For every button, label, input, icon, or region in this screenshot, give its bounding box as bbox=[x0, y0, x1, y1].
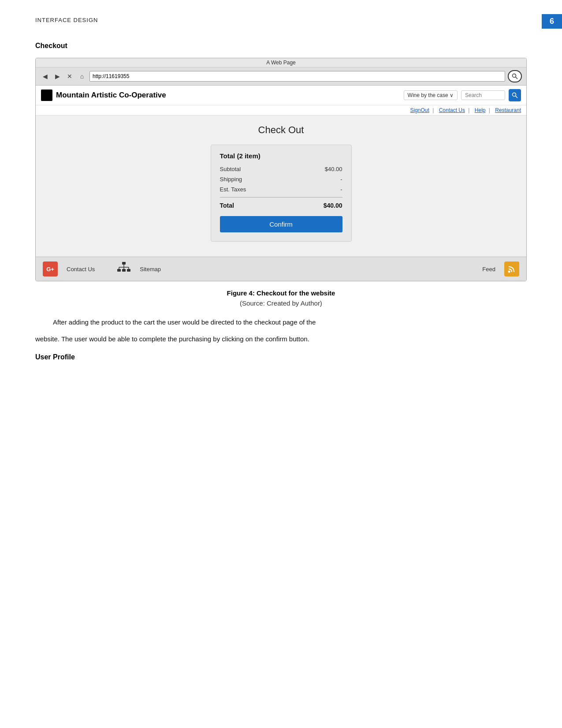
browser-title-bar: A Web Page bbox=[36, 58, 526, 67]
checkout-card-title: Total (2 item) bbox=[220, 152, 342, 160]
site-footer: G+ Contact Us Sitemap Feed bbox=[36, 257, 526, 281]
subtotal-value: $40.00 bbox=[325, 166, 342, 172]
shipping-value: - bbox=[340, 176, 342, 183]
checkout-body: Check Out Total (2 item) Subtotal $40.00… bbox=[36, 116, 526, 257]
svg-rect-12 bbox=[127, 269, 130, 272]
back-button[interactable]: ◀ bbox=[40, 71, 50, 81]
browser-search-button[interactable] bbox=[508, 70, 522, 82]
sitemap-icon bbox=[117, 262, 131, 276]
svg-rect-4 bbox=[122, 262, 126, 265]
svg-point-0 bbox=[513, 74, 516, 78]
nav-divider-1: | bbox=[432, 107, 434, 113]
site-search-button[interactable] bbox=[509, 89, 521, 101]
taxes-value: - bbox=[340, 186, 342, 193]
svg-line-3 bbox=[516, 96, 518, 98]
search-icon bbox=[512, 73, 518, 79]
doc-header: INTERFACE DESIGN bbox=[35, 17, 98, 23]
footer-feed-label: Feed bbox=[482, 266, 495, 273]
restaurant-link[interactable]: Restaurant bbox=[495, 107, 521, 113]
site-nav-links: SignOut | Contact Us | Help | Restaurant bbox=[36, 105, 526, 116]
forward-button[interactable]: ▶ bbox=[52, 71, 62, 81]
subtotal-row: Subtotal $40.00 bbox=[220, 166, 342, 172]
site-header: Mountain Artistic Co-Operative Wine by t… bbox=[36, 86, 526, 105]
subtotal-label: Subtotal bbox=[220, 166, 241, 172]
signout-link[interactable]: SignOut bbox=[410, 107, 429, 113]
page-number: 6 bbox=[542, 14, 562, 29]
confirm-button[interactable]: Confirm bbox=[220, 216, 342, 232]
site-search-icon bbox=[512, 92, 518, 98]
user-profile-heading: User Profile bbox=[35, 353, 527, 361]
checkout-card: Total (2 item) Subtotal $40.00 Shipping … bbox=[211, 145, 352, 242]
body-paragraph-2: website. The user would be able to compl… bbox=[35, 333, 527, 345]
checkout-divider bbox=[220, 197, 342, 198]
shipping-label: Shipping bbox=[220, 176, 242, 183]
checkout-heading: Checkout bbox=[35, 42, 527, 50]
total-label: Total bbox=[220, 202, 234, 209]
site-logo-block: Mountain Artistic Co-Operative bbox=[41, 90, 399, 101]
nav-divider-2: | bbox=[468, 107, 469, 113]
close-button[interactable]: ✕ bbox=[65, 71, 74, 81]
site-search-input[interactable] bbox=[461, 90, 505, 100]
help-link[interactable]: Help bbox=[475, 107, 486, 113]
svg-line-1 bbox=[516, 77, 518, 79]
total-value: $40.00 bbox=[324, 202, 342, 209]
figure-source: (Source: Created by Author) bbox=[35, 299, 527, 307]
checkout-title: Check Out bbox=[53, 124, 509, 136]
rss-icon[interactable] bbox=[504, 261, 519, 276]
browser-mockup: A Web Page ◀ ▶ ✕ ⌂ Mountain Artistic Co-… bbox=[35, 58, 527, 281]
footer-contact-label: Contact Us bbox=[67, 266, 95, 273]
taxes-label: Est. Taxes bbox=[220, 186, 246, 193]
site-name: Mountain Artistic Co-Operative bbox=[56, 91, 166, 100]
site-nav-right: Wine by the case ∨ bbox=[404, 89, 521, 101]
url-bar[interactable] bbox=[89, 71, 505, 82]
browser-toolbar: ◀ ▶ ✕ ⌂ bbox=[36, 67, 526, 86]
site-logo bbox=[41, 90, 52, 101]
sitemap-svg bbox=[117, 262, 131, 274]
footer-sitemap-label: Sitemap bbox=[140, 266, 161, 273]
svg-point-2 bbox=[513, 93, 516, 97]
svg-rect-11 bbox=[122, 269, 126, 272]
google-plus-icon[interactable]: G+ bbox=[43, 261, 58, 276]
rss-svg bbox=[508, 265, 516, 273]
total-row: Total $40.00 bbox=[220, 202, 342, 209]
category-dropdown[interactable]: Wine by the case ∨ bbox=[404, 90, 458, 100]
taxes-row: Est. Taxes - bbox=[220, 186, 342, 193]
shipping-row: Shipping - bbox=[220, 176, 342, 183]
body-paragraph-1: After adding the product to the cart the… bbox=[35, 317, 527, 328]
nav-divider-3: | bbox=[489, 107, 490, 113]
contact-us-link[interactable]: Contact Us bbox=[439, 107, 465, 113]
home-button[interactable]: ⌂ bbox=[77, 71, 87, 81]
figure-caption: Figure 4: Checkout for the website bbox=[35, 289, 527, 297]
svg-point-13 bbox=[508, 271, 510, 273]
svg-rect-10 bbox=[117, 269, 121, 272]
